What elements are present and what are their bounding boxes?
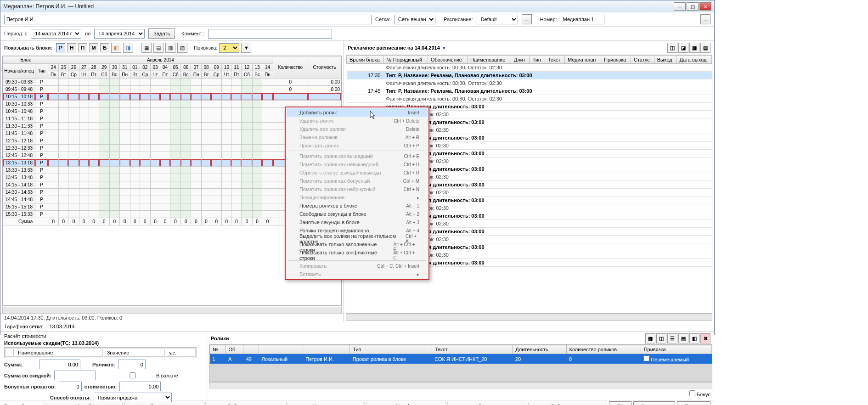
currency-checkbox[interactable] — [112, 372, 153, 378]
clips-count-input[interactable] — [118, 360, 146, 369]
menu-item[interactable]: Добавить роликInsert — [287, 108, 428, 117]
clips-count-label: Роликов: — [92, 362, 115, 367]
bonus-runs-input[interactable] — [59, 382, 82, 391]
sum-discount-input[interactable] — [54, 371, 96, 380]
tariff-date: 13.03.2014 — [49, 324, 74, 329]
grid-label: Сетка: — [375, 17, 390, 22]
binding-label: Привязка: — [194, 45, 217, 51]
menu-item[interactable]: Проиграть роликCtrl + P — [287, 141, 428, 150]
binding-icon[interactable]: ▼ — [241, 43, 251, 53]
schedule-browse-button[interactable]: ... — [522, 14, 532, 24]
clips-horizontal-scrollbar[interactable] — [209, 382, 712, 388]
period-to-label: по — [85, 31, 90, 36]
right-panel-dropdown-icon[interactable]: ▾ — [443, 45, 445, 51]
status-closed[interactable]: Закрыт — [447, 402, 526, 405]
right-icon-4[interactable]: ▤ — [700, 43, 710, 53]
menu-item[interactable]: Вставить▸ — [287, 270, 428, 278]
sum-input[interactable] — [39, 360, 80, 369]
right-panel-title: Рекламное расписание на 14.04.2014 — [348, 45, 440, 51]
calc-header: Расчёт стоимости — [4, 333, 203, 339]
view-icon-1[interactable]: ▦ — [141, 43, 152, 53]
clips-icon-4[interactable]: ▤ — [678, 333, 688, 343]
filter-r-button[interactable]: Р — [56, 43, 65, 52]
date-to-select[interactable]: 14 апреля 2014 г. — [94, 29, 145, 39]
right-icon-3[interactable]: ▦ — [689, 43, 699, 53]
menu-item[interactable]: Сбросить статус выхода/невыходаCtrl + R — [287, 169, 428, 177]
bonus-runs-label: Бонусных прокатов: — [4, 384, 56, 389]
menu-item[interactable]: Показывать только конфликтные строкиAlt … — [287, 251, 428, 259]
clips-icon-3[interactable]: ☰ — [667, 333, 677, 343]
menu-item[interactable]: Позиционирование▸ — [287, 193, 428, 202]
menu-item[interactable]: Пометить ролик как невышедшийCtrl + U — [287, 160, 428, 169]
titlebar: Медиаплан: Петров И.И. — Untitled — ▢ ✕ — [0, 0, 714, 12]
menu-item[interactable]: Номера роликов в блокеAlt + 1 — [287, 202, 428, 210]
bonus-cost-input[interactable] — [119, 382, 161, 391]
window-title: Медиаплан: Петров И.И. — Untitled — [3, 3, 94, 10]
menu-item[interactable]: Удалить роликCtrl + Delete — [287, 117, 428, 125]
bonus-cost-label: стоимостью: — [85, 384, 117, 389]
horizontal-scrollbar[interactable] — [2, 307, 342, 313]
maximize-button[interactable]: ▢ — [687, 2, 699, 11]
date-from-select[interactable]: 14 марта 2014 г. — [31, 29, 81, 39]
sum-discount-label: Сумма со скидкой: — [4, 373, 51, 378]
clips-icon-2[interactable]: ◫ — [656, 333, 666, 343]
filter-m-button[interactable]: М — [89, 43, 98, 52]
period-from-label: Период: с — [4, 31, 27, 36]
ok-button[interactable]: ОК — [609, 401, 631, 405]
bonus-checkbox[interactable] — [689, 390, 695, 396]
status-agreed[interactable]: Согласован — [124, 402, 203, 405]
clips-table[interactable]: №ОбТипТекстДлительностьКоличество ролико… — [209, 344, 712, 382]
status-onair[interactable]: На эфир — [366, 402, 445, 405]
number-more-button[interactable]: ... — [700, 14, 710, 24]
discounts-table: НаименованиеЗначениеу.е. — [4, 347, 197, 358]
comment-input[interactable] — [208, 29, 332, 39]
advertiser-input[interactable] — [4, 15, 372, 24]
filter-n-button[interactable]: Н — [67, 43, 76, 52]
menu-item[interactable]: Пометить ролик как бонусныйCtrl + M — [287, 177, 428, 185]
bonus-label: Бонус — [697, 392, 710, 397]
payment-label: Способ оплаты: — [50, 395, 91, 400]
number-label: Номер: — [540, 17, 557, 22]
grid-select[interactable]: Сеть вещания 1 — [394, 15, 435, 24]
status-approved[interactable]: Утвержден — [286, 402, 365, 405]
menu-item[interactable]: Удалить все роликиDelete — [287, 125, 428, 133]
filter-icon-1[interactable]: ◧ — [111, 43, 121, 53]
tariff-label: Тарифная сетка: — [4, 324, 43, 329]
minimize-button[interactable]: — — [674, 2, 686, 11]
menu-item[interactable]: КопироватьCtrl + C, Ctrl + Insert — [287, 262, 428, 270]
right-icon-1[interactable]: ◫ — [667, 43, 677, 53]
schedule-label: Расписание: — [444, 17, 473, 22]
binding-select[interactable]: 2 — [219, 43, 239, 53]
schedule-select[interactable]: Default — [477, 15, 518, 24]
comment-label: Коммент.: — [181, 31, 204, 36]
clips-icon-6[interactable]: ✖ — [700, 333, 710, 343]
status-reserved[interactable]: Забронирован — [205, 402, 284, 405]
context-menu[interactable]: Добавить роликInsertУдалить роликCtrl + … — [285, 107, 429, 280]
menu-item[interactable]: Замена роликовAlt + R — [287, 133, 428, 141]
close-button[interactable]: ✕ — [699, 2, 711, 11]
clips-icon-1[interactable]: ▦ — [645, 333, 655, 343]
view-icon-3[interactable]: ▥ — [165, 43, 175, 53]
cancel-button[interactable]: Отмена — [677, 401, 710, 405]
view-icon-2[interactable]: ▤ — [153, 43, 163, 53]
right-horizontal-scrollbar[interactable] — [346, 315, 712, 321]
menu-item[interactable]: Занятые секунды в блокеAlt + 3 — [287, 218, 428, 226]
apply-button[interactable]: Применить — [633, 401, 675, 405]
payment-select[interactable]: Прямая продажа — [94, 393, 172, 402]
right-icon-2[interactable]: ◪ — [678, 43, 688, 53]
filter-icon-2[interactable]: ◨ — [123, 43, 133, 53]
number-input[interactable] — [561, 15, 604, 24]
menu-item[interactable]: Пометить ролик как вышедшийCtrl + E — [287, 152, 428, 160]
menu-item[interactable]: Свободные секунды в блокеAlt + 2 — [287, 210, 428, 218]
filter-b-button[interactable]: Б — [100, 43, 109, 52]
filter-p-button[interactable]: П — [78, 43, 87, 52]
set-period-button[interactable]: Задать — [148, 28, 175, 39]
clips-icon-5[interactable]: ◧ — [689, 333, 699, 343]
grid-status-line: 14.04.2014 17:30. Длительность: 03:00. Р… — [0, 313, 344, 322]
currency-label: В валюте — [156, 373, 178, 378]
status-blocked[interactable]: Заблокирован — [528, 402, 607, 405]
menu-item[interactable]: Пометить ролик как небонусныйCtrl + N — [287, 185, 428, 193]
discounts-header: Используемые скидки(ТС: 13.03.2014) — [4, 340, 203, 346]
status-new[interactable]: Новый — [44, 402, 123, 405]
view-icon-4[interactable]: ▧ — [177, 43, 187, 53]
